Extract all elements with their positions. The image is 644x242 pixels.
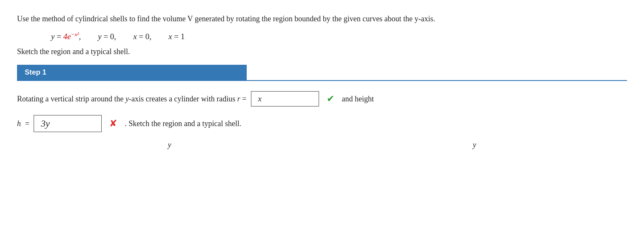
h-label: h: [17, 119, 21, 128]
height-cross-icon: ✘: [109, 118, 117, 129]
eq-x0: x = 0,: [133, 32, 151, 41]
r-label: r: [237, 95, 240, 103]
radius-value: x: [258, 94, 262, 104]
radius-answer-box[interactable]: x: [251, 91, 319, 107]
sketch-prompt: Sketch the region and a typical shell.: [17, 47, 627, 56]
y-label-2: y: [473, 141, 476, 150]
step1-banner: Step 1: [17, 65, 247, 80]
height-value: 3y: [41, 118, 50, 129]
height-line: h = 3y ✘ . Sketch the region and a typic…: [17, 115, 627, 132]
step-divider: [17, 80, 627, 81]
y-labels-row: y y: [17, 141, 627, 150]
y-label-1: y: [168, 141, 171, 150]
h-equals: =: [25, 119, 29, 128]
radius-description: Rotating a vertical strip around the y-a…: [17, 95, 247, 104]
height-answer-box[interactable]: 3y: [34, 115, 102, 132]
radius-line: Rotating a vertical strip around the y-a…: [17, 91, 627, 107]
intro-text: Use the method of cylindrical shells to …: [17, 14, 435, 23]
eq-x1: x = 1: [168, 32, 185, 41]
y-axis-label: y: [125, 95, 129, 103]
eq-y: y = 4e−x²,: [51, 31, 81, 41]
equation-line: y = 4e−x², y = 0, x = 0, x = 1: [51, 31, 627, 41]
step1-content: Rotating a vertical strip around the y-a…: [17, 91, 627, 150]
and-height-text: and height: [342, 95, 374, 104]
problem-intro: Use the method of cylindrical shells to …: [17, 13, 613, 25]
eq-y0: y = 0,: [98, 32, 116, 41]
radius-check-icon: ✔: [327, 93, 334, 104]
sketch-instruction: . Sketch the region and a typical shell.: [125, 119, 241, 128]
